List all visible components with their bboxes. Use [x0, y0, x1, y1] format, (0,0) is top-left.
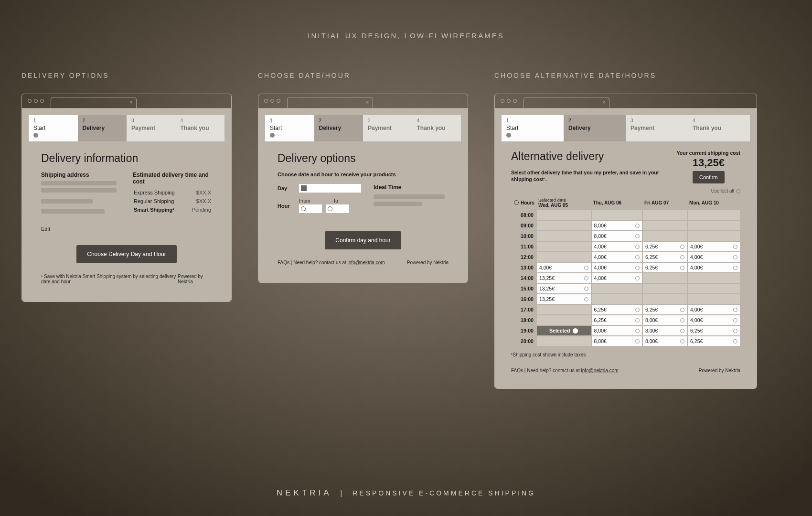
estimated-delivery-header: Estimated delivery time and cost [133, 172, 212, 185]
step-thank-you[interactable]: 4Thank you [412, 115, 461, 141]
browser-chrome: × [258, 94, 468, 108]
contact-email[interactable]: info@nektria.com [581, 368, 619, 373]
confirm-day-hour-button[interactable]: Confirm day and hour [325, 231, 401, 249]
time-slot[interactable]: 8,00€ [592, 221, 642, 230]
confirm-button[interactable]: Confirm [693, 171, 725, 183]
step-start[interactable]: 1Start [502, 115, 564, 141]
time-slot[interactable]: 6,25€ [643, 305, 687, 314]
time-slot[interactable]: 13,25€ [537, 294, 591, 304]
step-payment[interactable]: 3Payment [363, 115, 412, 141]
time-slot[interactable]: 8,00€ [592, 336, 642, 346]
time-slot-blank [537, 305, 591, 314]
step-start[interactable]: 1Start [29, 115, 78, 141]
hour-label: 15:00 [511, 283, 536, 294]
unselect-all[interactable]: Usellect all [511, 188, 740, 194]
window-controls[interactable] [501, 99, 517, 103]
time-slot-blank [643, 284, 687, 293]
placeholder-line [374, 194, 445, 199]
time-slot[interactable]: 4,00€ [688, 315, 740, 325]
step-delivery[interactable]: 2Delivery [78, 115, 127, 141]
time-slot[interactable]: 8,00€ [592, 326, 642, 335]
choose-delivery-button[interactable]: Choose Delivery Day and Hour [76, 245, 176, 263]
time-slot-blank [537, 231, 591, 241]
shipping-option-row[interactable]: Express Shipping$XX.X [134, 189, 211, 196]
radio-icon [733, 245, 737, 249]
time-slot[interactable]: 6,25€ [688, 326, 740, 335]
time-slot[interactable]: 4,00€ [688, 242, 740, 251]
time-slot[interactable]: 8,00€ [643, 326, 687, 335]
browser-tab[interactable]: × [287, 97, 373, 108]
time-slot[interactable]: 4,00€ [592, 242, 642, 251]
radio-icon [680, 245, 684, 249]
time-slot-blank [537, 315, 591, 325]
radio-icon [680, 339, 684, 344]
hour-label: 09:00 [511, 220, 536, 231]
time-slot[interactable]: 6,25€ [688, 336, 740, 346]
shipping-option-row[interactable]: Regular Shipping$XX.X [134, 197, 211, 205]
time-slot[interactable]: 4,00€ [537, 263, 591, 272]
browser-tab[interactable]: × [524, 97, 609, 108]
hour-label: 10:00 [511, 231, 536, 241]
step-delivery[interactable]: 2Delivery [564, 115, 626, 141]
time-slot[interactable]: 6,25€ [643, 242, 687, 251]
edit-link[interactable]: Edit [41, 226, 50, 232]
shipping-cost-label: Your current shipping cost [677, 150, 740, 156]
time-slot[interactable]: 13,25€ [537, 284, 591, 293]
radio-icon [635, 255, 640, 259]
time-slot-blank [643, 221, 687, 230]
step-delivery[interactable]: 2Delivery [314, 115, 363, 141]
time-slot[interactable]: 4,00€ [688, 252, 740, 262]
browser-tab[interactable]: × [51, 97, 137, 108]
time-slot-blank [537, 336, 591, 346]
time-slot[interactable]: 6,25€ [643, 263, 687, 272]
time-slot[interactable]: 4,00€ [688, 263, 740, 272]
panel-title: Delivery information [41, 152, 212, 165]
hour-from-input[interactable] [299, 204, 322, 213]
radio-icon [733, 266, 737, 270]
step-thank-you[interactable]: 4Thank you [176, 115, 225, 141]
clock-icon [328, 206, 332, 211]
close-icon[interactable]: × [602, 100, 605, 105]
time-slot[interactable]: 6,25€ [643, 252, 687, 262]
time-slot-selected[interactable]: Selected [537, 326, 591, 335]
hour-label: 08:00 [511, 210, 536, 220]
window-controls[interactable] [264, 99, 280, 103]
screens-row: DELIVERY OPTIONS × 1Start2Delivery3Payme… [0, 72, 812, 389]
time-slot-blank [592, 210, 642, 220]
day-input[interactable] [299, 184, 361, 193]
close-icon[interactable]: × [129, 100, 132, 105]
radio-icon [635, 329, 640, 333]
time-slot[interactable]: 8,00€ [643, 315, 687, 325]
hour-to-input[interactable] [326, 204, 349, 213]
hour-label: 11:00 [511, 241, 536, 252]
time-slot[interactable]: 4,00€ [592, 252, 642, 262]
placeholder-line [41, 199, 93, 204]
time-slot[interactable]: 6,25€ [592, 315, 642, 325]
checkout-steps: 1Start2Delivery3Payment4Thank you [29, 115, 224, 141]
step-thank-you[interactable]: 4Thank you [688, 115, 750, 141]
step-payment[interactable]: 3Payment [127, 115, 176, 141]
contact-email[interactable]: info@nektria.com [348, 260, 385, 265]
time-slot[interactable]: 4,00€ [688, 305, 740, 314]
step-payment[interactable]: 3Payment [626, 115, 688, 141]
time-slot[interactable]: 4,00€ [592, 263, 642, 272]
time-slot[interactable]: 8,00€ [592, 231, 642, 241]
footer-help: FAQs | Need help? contact us at info@nek… [278, 260, 385, 265]
time-slot[interactable]: 6,25€ [592, 305, 642, 314]
time-slot[interactable]: 13,25€ [537, 273, 591, 283]
window-controls[interactable] [28, 99, 44, 103]
browser-window: × 1Start2Delivery3Payment4Thank you Deli… [258, 94, 468, 283]
time-slot[interactable]: 4,00€ [592, 273, 642, 283]
radio-icon [680, 255, 684, 259]
time-slot-blank [643, 273, 687, 283]
radio-icon [635, 224, 640, 228]
placeholder-line [41, 181, 117, 185]
radio-icon [635, 339, 640, 344]
shipping-option-row[interactable]: Smart Shipping¹Pending [134, 206, 211, 214]
radio-icon [635, 234, 640, 238]
time-slot-blank [537, 252, 591, 262]
brand-footer: NEKTRIA|RESPONSIVE E-COMMERCE SHIPPING [0, 488, 812, 498]
close-icon[interactable]: × [366, 100, 369, 105]
step-start[interactable]: 1Start [265, 115, 314, 141]
time-slot[interactable]: 8,00€ [643, 336, 687, 346]
